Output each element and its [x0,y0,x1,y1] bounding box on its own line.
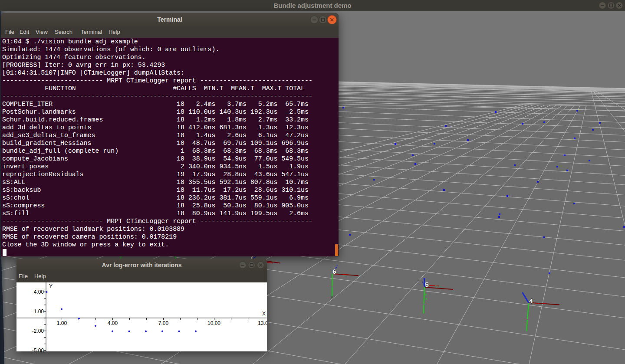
svg-text:5: 5 [425,281,429,288]
svg-text:-5.00: -5.00 [32,347,44,351]
svg-text:6: 6 [332,268,336,275]
svg-text:4.00: 4.00 [108,320,118,326]
svg-text:1.00: 1.00 [57,320,67,326]
svg-text:X: X [262,310,266,316]
svg-text:-2.00: -2.00 [32,328,44,334]
svg-text:1.00: 1.00 [34,308,44,314]
svg-text:4: 4 [529,297,533,305]
svg-text:Y: Y [49,283,53,289]
svg-text:13.0: 13.0 [258,320,267,326]
svg-text:7.00: 7.00 [158,320,169,326]
svg-text:4.00: 4.00 [34,289,44,295]
svg-text:10.00: 10.00 [207,320,220,326]
